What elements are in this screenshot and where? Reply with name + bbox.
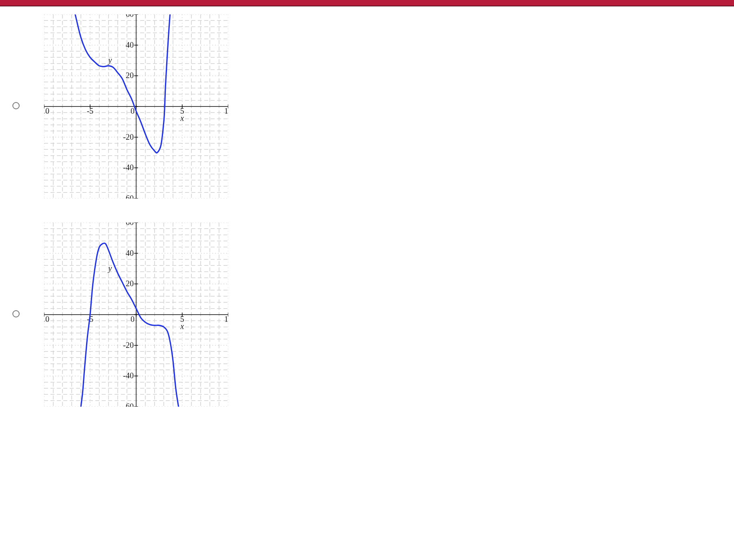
svg-text:-40: -40	[123, 371, 134, 380]
svg-text:60: 60	[126, 223, 134, 227]
answer-radio-a[interactable]	[12, 102, 20, 109]
svg-text:x: x	[180, 322, 184, 331]
svg-text:-60: -60	[123, 402, 134, 407]
svg-text:x: x	[180, 114, 184, 122]
chart-a: -10-50510-60-40-20204060xy	[44, 14, 228, 199]
svg-text:y: y	[108, 56, 112, 65]
svg-text:-10: -10	[44, 106, 49, 115]
svg-text:-60: -60	[123, 194, 134, 199]
svg-text:20: 20	[126, 71, 134, 80]
svg-text:60: 60	[126, 14, 134, 18]
page-header-bar	[0, 0, 734, 6]
svg-text:0: 0	[131, 315, 135, 323]
svg-text:-5: -5	[87, 106, 94, 115]
svg-text:-20: -20	[123, 341, 134, 349]
chart-b-svg: -10-50510-60-40-20204060xy	[44, 223, 228, 407]
svg-text:40: 40	[126, 249, 134, 257]
answer-radio-b[interactable]	[12, 310, 20, 317]
svg-text:-10: -10	[44, 315, 49, 323]
svg-text:-40: -40	[123, 163, 134, 172]
chart-b: -10-50510-60-40-20204060xy	[44, 223, 228, 407]
svg-text:10: 10	[224, 106, 228, 115]
chart-a-svg: -10-50510-60-40-20204060xy	[44, 14, 228, 199]
svg-text:10: 10	[224, 315, 228, 323]
svg-text:40: 40	[126, 40, 134, 49]
svg-text:0: 0	[131, 106, 135, 115]
svg-text:-20: -20	[123, 132, 134, 141]
question-body: -10-50510-60-40-20204060xy -10-50510-60-…	[0, 6, 734, 560]
svg-text:20: 20	[126, 279, 134, 288]
svg-text:y: y	[108, 264, 112, 273]
